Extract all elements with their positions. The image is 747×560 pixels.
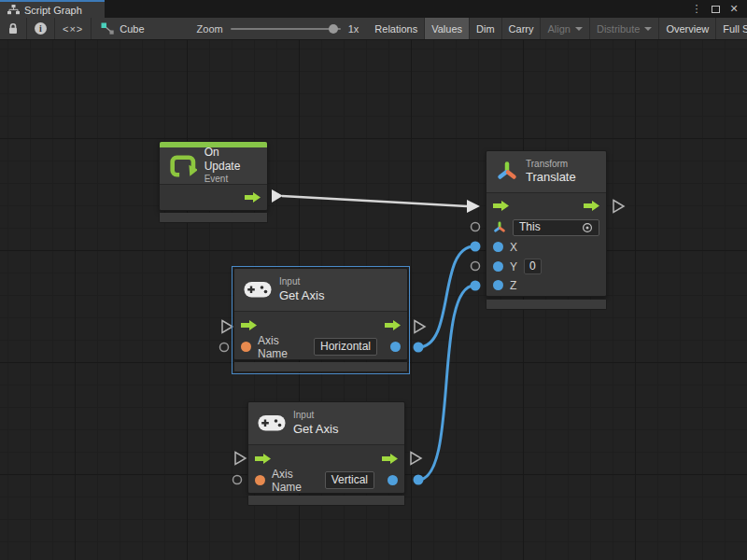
tab-title: Script Graph — [24, 5, 82, 16]
edit-code-button[interactable]: <×> — [55, 18, 92, 39]
lock-button[interactable] — [0, 18, 27, 39]
code-icon: <×> — [63, 23, 83, 35]
gamepad-icon — [258, 414, 286, 432]
transform-icon — [496, 161, 518, 183]
graph-pointer-icon — [101, 22, 114, 35]
toolbar-button-relations[interactable]: Relations — [368, 18, 425, 39]
node-title: Get Axis — [293, 422, 338, 437]
node-footer — [486, 300, 607, 310]
getaxis-v-control-out-port[interactable] — [411, 453, 421, 465]
node-get-axis-vertical[interactable]: Input Get Axis Axis Name Vert — [247, 401, 405, 506]
graph-toolbar: i <×> Cube Zoom 1x Relations Values Dim … — [0, 18, 747, 40]
z-label: Z — [510, 279, 516, 292]
toolbar-button-align[interactable]: Align — [541, 18, 589, 39]
zoom-slider-handle[interactable] — [329, 24, 338, 34]
getaxis-v-control-in-port[interactable] — [235, 453, 246, 465]
chevron-down-icon — [575, 27, 583, 31]
node-get-axis-horizontal[interactable]: Input Get Axis Axis Name Hori — [233, 268, 408, 372]
control-input-arrow-icon[interactable] — [255, 454, 271, 464]
getaxis-h-control-out-port[interactable] — [415, 321, 425, 333]
zoom-value: 1x — [348, 23, 359, 35]
maximize-icon[interactable] — [708, 2, 723, 17]
y-input-port[interactable] — [493, 261, 503, 272]
node-subtitle: Input — [279, 276, 324, 288]
chevron-down-icon — [644, 27, 652, 31]
graph-icon — [7, 5, 20, 15]
window-controls: ⋮ ✕ — [689, 0, 747, 18]
gamepad-icon — [244, 281, 272, 299]
lock-icon — [7, 22, 19, 35]
zoom-slider[interactable] — [231, 28, 341, 30]
y-value-field[interactable]: 0 — [524, 259, 542, 274]
x-input-port[interactable] — [493, 242, 503, 252]
translate-z-port[interactable] — [471, 281, 481, 291]
transform-mini-icon — [493, 221, 506, 234]
axis-name-field[interactable]: Vertical — [325, 471, 374, 489]
graph-canvas[interactable]: On Update Event — [0, 40, 747, 560]
wire-endpoint[interactable] — [414, 343, 424, 353]
menu-icon[interactable]: ⋮ — [689, 2, 704, 17]
control-wire — [282, 196, 467, 206]
control-input-arrow-icon[interactable] — [493, 201, 509, 211]
node-footer — [159, 213, 268, 223]
object-picker-icon[interactable] — [582, 222, 593, 233]
loop-event-icon — [169, 152, 197, 180]
node-on-update[interactable]: On Update Event — [159, 141, 268, 223]
node-translate[interactable]: Transform Translate — [486, 150, 607, 310]
value-wire-vertical-z — [418, 286, 474, 480]
node-subtitle: Event — [204, 174, 258, 186]
wire-end-arrow-icon — [467, 200, 480, 213]
node-subtitle: Input — [293, 410, 338, 422]
control-output-arrow-icon[interactable] — [385, 320, 401, 330]
value-wire-horizontal-x — [418, 246, 474, 347]
translate-y-port[interactable] — [472, 262, 480, 271]
translate-control-out-port[interactable] — [613, 201, 624, 213]
node-title: Get Axis — [279, 288, 324, 303]
axis-value-output-port[interactable] — [388, 475, 398, 485]
translate-x-port[interactable] — [471, 242, 481, 252]
control-input-arrow-icon[interactable] — [241, 320, 257, 330]
tab-script-graph[interactable]: Script Graph — [0, 0, 105, 18]
tab-bar: Script Graph ⋮ ✕ — [0, 0, 747, 18]
toolbar-button-fullscreen[interactable]: Full Screen — [716, 18, 747, 39]
axis-name-field[interactable]: Horizontal — [314, 338, 377, 356]
getaxis-h-name-port[interactable] — [220, 343, 229, 352]
align-label: Align — [547, 23, 570, 35]
wire-start-arrow-icon — [272, 189, 283, 203]
node-title: Translate — [526, 170, 576, 185]
wire-endpoint[interactable] — [414, 475, 424, 485]
toolbar-button-overview[interactable]: Overview — [659, 18, 716, 39]
distribute-label: Distribute — [597, 23, 640, 35]
axis-value-output-port[interactable] — [390, 342, 401, 352]
node-title: On Update — [204, 146, 258, 174]
node-footer — [247, 496, 405, 506]
x-label: X — [510, 241, 517, 254]
target-object-field[interactable]: This — [513, 219, 599, 236]
zoom-label: Zoom — [197, 23, 223, 35]
graph-owner-breadcrumb[interactable]: Cube — [92, 18, 153, 39]
axis-name-input-port[interactable] — [255, 475, 265, 485]
close-icon[interactable]: ✕ — [726, 2, 741, 17]
node-footer — [233, 362, 408, 372]
y-label: Y — [510, 260, 517, 273]
axis-name-label: Axis Name — [272, 468, 318, 494]
inspect-button[interactable]: i — [27, 18, 55, 39]
toolbar-button-distribute[interactable]: Distribute — [590, 18, 659, 39]
translate-target-port[interactable] — [472, 223, 480, 231]
control-output-arrow-icon[interactable] — [245, 192, 261, 203]
axis-name-input-port[interactable] — [241, 342, 251, 352]
getaxis-v-name-port[interactable] — [233, 476, 242, 484]
toolbar-button-carry[interactable]: Carry — [502, 18, 542, 39]
getaxis-h-control-in-port[interactable] — [222, 321, 233, 333]
target-object-value: This — [519, 220, 541, 234]
z-input-port[interactable] — [493, 280, 503, 290]
axis-name-label: Axis Name — [258, 334, 307, 360]
node-subtitle: Transform — [526, 159, 576, 171]
script-graph-window: Script Graph ⋮ ✕ i <×> Cube — [0, 0, 747, 560]
control-output-arrow-icon[interactable] — [382, 454, 398, 464]
toolbar-button-values[interactable]: Values — [425, 18, 470, 39]
info-icon: i — [35, 22, 47, 35]
toolbar-button-dim[interactable]: Dim — [470, 18, 502, 39]
maximize-glyph — [712, 6, 720, 13]
control-output-arrow-icon[interactable] — [584, 201, 599, 211]
